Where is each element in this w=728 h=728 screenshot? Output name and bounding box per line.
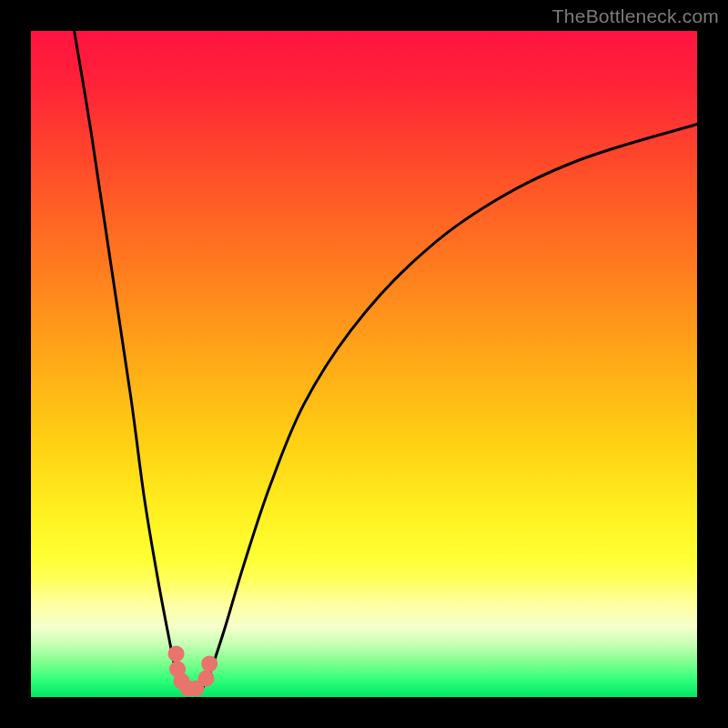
valley-markers [168,645,218,696]
outer-frame: TheBottleneck.com [0,0,728,728]
valley-marker [201,655,217,672]
valley-marker [168,645,185,662]
curve-right-arm [202,124,697,689]
watermark-text: TheBottleneck.com [552,5,719,27]
curves-svg [31,31,697,697]
plot-area [31,31,697,697]
valley-marker [198,671,215,687]
curve-left-arm [75,31,183,689]
